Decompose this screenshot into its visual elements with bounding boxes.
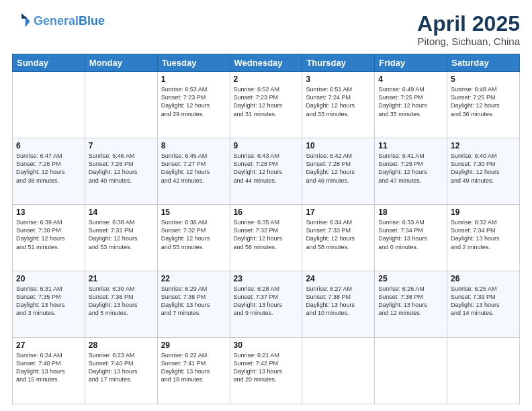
calendar-week-5: 27Sunrise: 6:24 AM Sunset: 7:40 PM Dayli… (13, 338, 520, 404)
day-number: 11 (378, 141, 443, 150)
day-number: 25 (378, 274, 443, 283)
day-header-monday: Monday (85, 54, 157, 72)
calendar-week-2: 6Sunrise: 6:47 AM Sunset: 7:26 PM Daylig… (13, 138, 520, 205)
day-info: Sunrise: 6:53 AM Sunset: 7:23 PM Dayligh… (161, 85, 226, 118)
calendar-cell: 25Sunrise: 6:26 AM Sunset: 7:38 PM Dayli… (375, 271, 447, 338)
day-info: Sunrise: 6:33 AM Sunset: 7:34 PM Dayligh… (378, 218, 443, 251)
calendar-cell: 1Sunrise: 6:53 AM Sunset: 7:23 PM Daylig… (157, 72, 230, 138)
svg-marker-1 (21, 13, 27, 18)
calendar-cell (375, 338, 447, 404)
day-number: 21 (89, 274, 154, 283)
day-header-saturday: Saturday (447, 54, 520, 72)
day-number: 12 (451, 141, 516, 150)
day-number: 17 (306, 208, 371, 217)
calendar-cell (447, 338, 520, 404)
day-header-sunday: Sunday (13, 54, 85, 72)
day-number: 26 (451, 274, 516, 283)
calendar-cell: 19Sunrise: 6:32 AM Sunset: 7:34 PM Dayli… (447, 205, 520, 271)
calendar-cell: 4Sunrise: 6:49 AM Sunset: 7:25 PM Daylig… (375, 72, 447, 138)
day-header-wednesday: Wednesday (230, 54, 302, 72)
calendar-cell: 18Sunrise: 6:33 AM Sunset: 7:34 PM Dayli… (375, 205, 447, 271)
day-number: 27 (16, 340, 81, 350)
logo-line2: Blue (79, 14, 105, 28)
day-info: Sunrise: 6:43 AM Sunset: 7:28 PM Dayligh… (234, 152, 299, 185)
calendar-cell: 17Sunrise: 6:34 AM Sunset: 7:33 PM Dayli… (302, 205, 375, 271)
day-number: 14 (89, 208, 154, 217)
calendar-cell: 16Sunrise: 6:35 AM Sunset: 7:32 PM Dayli… (230, 205, 302, 271)
day-number: 30 (234, 340, 299, 350)
main-title: April 2025 (417, 12, 520, 36)
day-info: Sunrise: 6:30 AM Sunset: 7:36 PM Dayligh… (89, 285, 154, 318)
calendar-cell: 12Sunrise: 6:40 AM Sunset: 7:30 PM Dayli… (447, 138, 520, 205)
day-info: Sunrise: 6:35 AM Sunset: 7:32 PM Dayligh… (234, 218, 299, 251)
day-number: 24 (306, 274, 371, 283)
calendar-cell: 8Sunrise: 6:45 AM Sunset: 7:27 PM Daylig… (157, 138, 230, 205)
day-info: Sunrise: 6:38 AM Sunset: 7:31 PM Dayligh… (89, 218, 154, 251)
calendar-cell: 21Sunrise: 6:30 AM Sunset: 7:36 PM Dayli… (85, 271, 157, 338)
day-info: Sunrise: 6:41 AM Sunset: 7:29 PM Dayligh… (378, 152, 443, 185)
logo-line1: General (34, 14, 79, 28)
calendar-cell: 15Sunrise: 6:36 AM Sunset: 7:32 PM Dayli… (157, 205, 230, 271)
day-info: Sunrise: 6:22 AM Sunset: 7:41 PM Dayligh… (161, 351, 226, 384)
day-number: 3 (306, 75, 371, 84)
calendar-header-row: SundayMondayTuesdayWednesdayThursdayFrid… (13, 54, 520, 72)
day-number: 10 (306, 141, 371, 150)
calendar-cell: 28Sunrise: 6:23 AM Sunset: 7:40 PM Dayli… (85, 338, 157, 404)
day-info: Sunrise: 6:45 AM Sunset: 7:27 PM Dayligh… (161, 152, 226, 185)
title-block: April 2025 Pitong, Sichuan, China (417, 12, 520, 47)
calendar-cell: 11Sunrise: 6:41 AM Sunset: 7:29 PM Dayli… (375, 138, 447, 205)
day-number: 15 (161, 208, 226, 217)
calendar-cell: 22Sunrise: 6:29 AM Sunset: 7:36 PM Dayli… (157, 271, 230, 338)
day-info: Sunrise: 6:52 AM Sunset: 7:23 PM Dayligh… (234, 85, 299, 118)
calendar-cell: 14Sunrise: 6:38 AM Sunset: 7:31 PM Dayli… (85, 205, 157, 271)
day-number: 5 (451, 75, 516, 84)
calendar-cell: 29Sunrise: 6:22 AM Sunset: 7:41 PM Dayli… (157, 338, 230, 404)
calendar-cell: 5Sunrise: 6:48 AM Sunset: 7:25 PM Daylig… (447, 72, 520, 138)
day-info: Sunrise: 6:23 AM Sunset: 7:40 PM Dayligh… (89, 351, 154, 384)
day-number: 1 (161, 75, 226, 84)
day-info: Sunrise: 6:42 AM Sunset: 7:28 PM Dayligh… (306, 152, 371, 185)
day-info: Sunrise: 6:24 AM Sunset: 7:40 PM Dayligh… (16, 351, 81, 384)
day-number: 6 (16, 141, 81, 150)
day-info: Sunrise: 6:39 AM Sunset: 7:30 PM Dayligh… (16, 218, 81, 251)
calendar-cell: 24Sunrise: 6:27 AM Sunset: 7:38 PM Dayli… (302, 271, 375, 338)
day-info: Sunrise: 6:31 AM Sunset: 7:35 PM Dayligh… (16, 285, 81, 318)
calendar-cell (302, 338, 375, 404)
logo-icon (12, 12, 31, 31)
calendar-cell: 26Sunrise: 6:25 AM Sunset: 7:39 PM Dayli… (447, 271, 520, 338)
day-info: Sunrise: 6:49 AM Sunset: 7:25 PM Dayligh… (378, 85, 443, 118)
day-info: Sunrise: 6:29 AM Sunset: 7:36 PM Dayligh… (161, 285, 226, 318)
calendar-cell: 23Sunrise: 6:28 AM Sunset: 7:37 PM Dayli… (230, 271, 302, 338)
day-header-thursday: Thursday (302, 54, 375, 72)
day-info: Sunrise: 6:27 AM Sunset: 7:38 PM Dayligh… (306, 285, 371, 318)
day-number: 29 (161, 340, 226, 350)
calendar-cell: 3Sunrise: 6:51 AM Sunset: 7:24 PM Daylig… (302, 72, 375, 138)
logo-text: GeneralBlue (34, 15, 105, 28)
day-number: 8 (161, 141, 226, 150)
subtitle: Pitong, Sichuan, China (417, 36, 520, 47)
day-number: 2 (234, 75, 299, 84)
calendar-week-3: 13Sunrise: 6:39 AM Sunset: 7:30 PM Dayli… (13, 205, 520, 271)
calendar-cell: 6Sunrise: 6:47 AM Sunset: 7:26 PM Daylig… (13, 138, 85, 205)
calendar-cell: 9Sunrise: 6:43 AM Sunset: 7:28 PM Daylig… (230, 138, 302, 205)
calendar-cell: 10Sunrise: 6:42 AM Sunset: 7:28 PM Dayli… (302, 138, 375, 205)
calendar-week-1: 1Sunrise: 6:53 AM Sunset: 7:23 PM Daylig… (13, 72, 520, 138)
day-number: 18 (378, 208, 443, 217)
day-number: 4 (378, 75, 443, 84)
day-number: 22 (161, 274, 226, 283)
logo: GeneralBlue (12, 12, 105, 31)
day-info: Sunrise: 6:48 AM Sunset: 7:25 PM Dayligh… (451, 85, 516, 118)
day-number: 13 (16, 208, 81, 217)
calendar-week-4: 20Sunrise: 6:31 AM Sunset: 7:35 PM Dayli… (13, 271, 520, 338)
day-info: Sunrise: 6:21 AM Sunset: 7:42 PM Dayligh… (234, 351, 299, 384)
calendar-table: SundayMondayTuesdayWednesdayThursdayFrid… (12, 54, 520, 404)
calendar-cell (85, 72, 157, 138)
day-number: 16 (234, 208, 299, 217)
day-info: Sunrise: 6:47 AM Sunset: 7:26 PM Dayligh… (16, 152, 81, 185)
page: GeneralBlue April 2025 Pitong, Sichuan, … (0, 0, 532, 411)
calendar-cell: 27Sunrise: 6:24 AM Sunset: 7:40 PM Dayli… (13, 338, 85, 404)
day-number: 7 (89, 141, 154, 150)
day-header-friday: Friday (375, 54, 447, 72)
day-info: Sunrise: 6:46 AM Sunset: 7:26 PM Dayligh… (89, 152, 154, 185)
calendar-cell (13, 72, 85, 138)
